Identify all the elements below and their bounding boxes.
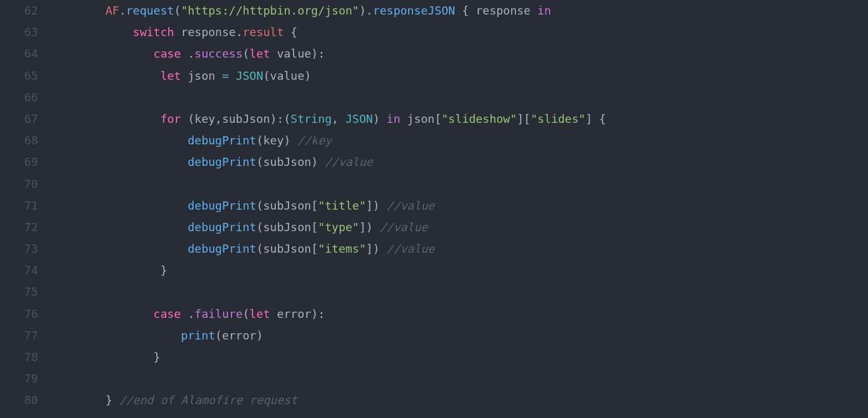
code-line[interactable]: debugPrint(subJson["type"]) //value [51, 220, 428, 234]
code-token: "title" [318, 199, 366, 212]
line-number: 70 [0, 174, 38, 195]
code-token: ][ [517, 112, 531, 125]
line-number: 73 [0, 238, 38, 260]
code-line[interactable]: switch response.result { [51, 25, 297, 39]
code-token: //value [380, 220, 428, 234]
code-token: "items" [318, 242, 366, 255]
code-token: let [249, 307, 270, 320]
line-number: 77 [0, 325, 38, 346]
code-token: } [160, 263, 167, 277]
code-token: ]) [366, 242, 387, 255]
code-line[interactable]: } [51, 350, 160, 364]
code-line[interactable]: debugPrint(subJson["items"]) //value [51, 242, 435, 255]
code-line[interactable]: debugPrint(subJson) //value [51, 155, 373, 168]
code-token: ]) [366, 199, 387, 212]
code-token: JSON [236, 69, 263, 82]
code-token: ( [242, 47, 249, 60]
code-token: //value [387, 242, 435, 255]
code-token: "slideshow" [442, 112, 517, 125]
code-line[interactable]: case .failure(let error): [51, 307, 325, 320]
code-token: in [538, 4, 552, 17]
code-token: debugPrint [188, 134, 256, 147]
code-token: //value [325, 155, 373, 168]
code-token: . [236, 25, 243, 39]
code-token: response [476, 4, 538, 17]
code-token: (subJson[ [256, 199, 318, 212]
line-number: 68 [0, 130, 38, 151]
code-token [229, 69, 236, 82]
code-token: "slides" [531, 112, 586, 125]
code-token: //key [297, 134, 332, 147]
code-token: (error) [215, 329, 263, 342]
code-token: let [160, 69, 181, 82]
code-line[interactable]: AF.request("https://httpbin.org/json").r… [51, 4, 551, 17]
code-line[interactable]: let json = JSON(value) [51, 69, 311, 82]
code-token: print [181, 329, 215, 342]
code-area[interactable]: AF.request("https://httpbin.org/json").r… [51, 0, 868, 418]
code-token: ]) [359, 220, 380, 234]
code-token: . [119, 4, 126, 17]
code-token: = [222, 69, 229, 82]
code-token: . [181, 47, 195, 60]
code-line[interactable]: debugPrint(subJson["title"]) //value [51, 199, 435, 212]
code-token: debugPrint [188, 242, 256, 255]
code-line[interactable]: debugPrint(key) //key [51, 134, 332, 147]
code-token: result [242, 25, 283, 39]
code-token: (subJson) [256, 155, 325, 168]
code-token: switch [133, 25, 174, 39]
code-token: error): [270, 307, 325, 320]
code-line[interactable]: print(error) [51, 329, 263, 342]
line-number: 63 [0, 22, 38, 43]
code-token: AF [106, 4, 120, 17]
line-number: 72 [0, 217, 38, 238]
code-line[interactable]: case .success(let value): [51, 47, 325, 60]
code-token: debugPrint [188, 199, 256, 212]
code-token: JSON [345, 112, 373, 125]
code-token: let [249, 47, 270, 60]
code-token: success [195, 47, 243, 60]
code-content[interactable]: AF.request("https://httpbin.org/json").r… [51, 0, 868, 412]
code-token: //value [387, 199, 435, 212]
code-token: value): [270, 47, 325, 60]
code-token: debugPrint [188, 155, 256, 168]
line-number: 76 [0, 303, 38, 325]
code-token: ( [242, 307, 249, 320]
code-token: (subJson[ [256, 220, 318, 234]
code-token: json [181, 69, 222, 82]
line-number: 69 [0, 151, 38, 173]
line-number: 65 [0, 65, 38, 87]
code-token: responseJSON [373, 4, 455, 17]
line-number: 75 [0, 281, 38, 303]
code-token: "https://httpbin.org/json" [181, 4, 359, 17]
code-token: "type" [318, 220, 359, 234]
code-token: ( [174, 4, 181, 17]
code-token: debugPrint [188, 220, 256, 234]
line-number-gutter: 62636465666768697071727374757677787980 [0, 0, 51, 418]
code-token: ) [359, 4, 366, 17]
code-token: { [284, 25, 298, 39]
code-token: case [154, 307, 181, 320]
code-token: json[ [400, 112, 442, 125]
line-number: 67 [0, 108, 38, 130]
code-token: for [160, 112, 181, 125]
code-token: (key) [256, 134, 297, 147]
line-number: 79 [0, 368, 38, 390]
code-line[interactable]: } //end of Alamofire request [51, 393, 297, 407]
code-line[interactable]: } [51, 263, 167, 277]
line-number: 71 [0, 195, 38, 217]
code-token: (key,subJson):( [181, 112, 290, 125]
code-token: case [154, 47, 181, 60]
line-number: 78 [0, 346, 38, 368]
code-token: response [174, 25, 236, 39]
code-token: . [181, 307, 195, 320]
code-line[interactable]: for (key,subJson):(String, JSON) in json… [51, 112, 606, 125]
code-editor[interactable]: 62636465666768697071727374757677787980 A… [0, 0, 868, 418]
code-token: . [366, 4, 373, 17]
code-token: } [106, 393, 120, 407]
code-token: failure [195, 307, 243, 320]
code-token: (subJson[ [256, 242, 318, 255]
code-token: //end of Alamofire request [119, 393, 297, 407]
line-number: 74 [0, 260, 38, 281]
code-token: , [332, 112, 345, 125]
line-number: 80 [0, 390, 38, 411]
